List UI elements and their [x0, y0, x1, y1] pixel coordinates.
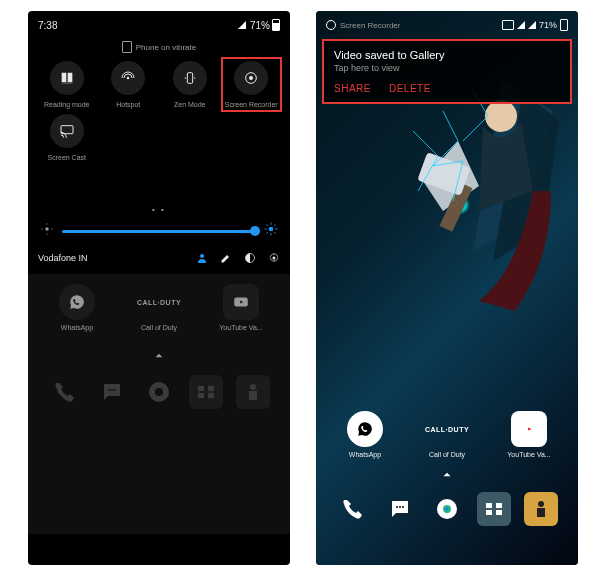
- app-label: Call of Duty: [141, 324, 177, 331]
- app-row: WhatsApp CALL·DUTY Call of Duty YouTube …: [324, 411, 570, 458]
- statusbar: 7:38 71%: [28, 11, 290, 35]
- wallpaper-character: [378, 71, 578, 331]
- svg-rect-48: [486, 510, 492, 515]
- dock: [36, 375, 282, 409]
- signal-icon-2: [528, 21, 536, 29]
- svg-line-17: [266, 224, 268, 226]
- svg-rect-30: [198, 386, 204, 391]
- svg-point-41: [399, 506, 401, 508]
- qs-tile-reading-mode[interactable]: Reading mode: [36, 61, 98, 108]
- app-row: WhatsApp CALL·DUTY Call of Duty YouTube …: [36, 284, 282, 331]
- record-indicator-icon: [326, 20, 336, 30]
- svg-point-23: [273, 257, 276, 260]
- qs-tile-screen-recorder[interactable]: Screen Recorder: [221, 61, 283, 108]
- whatsapp-icon: [347, 411, 383, 447]
- qs-tile-screen-cast[interactable]: Screen Cast: [36, 114, 98, 161]
- chrome-icon: [142, 375, 176, 409]
- app-whatsapp[interactable]: WhatsApp: [36, 284, 118, 331]
- dock-phone[interactable]: [42, 375, 89, 409]
- pubg-icon: [524, 492, 558, 526]
- right-phone: Screen Recorder 71% Video saved to Galle…: [316, 11, 578, 565]
- svg-rect-1: [187, 73, 192, 84]
- svg-line-18: [274, 232, 276, 234]
- app-label: YouTube Va...: [507, 451, 550, 458]
- page-dots: • •: [28, 161, 290, 218]
- dock-grid[interactable]: [182, 375, 229, 409]
- brightness-low-icon: [40, 222, 54, 240]
- app-drawer-handle[interactable]: [324, 458, 570, 492]
- brightness-row: [28, 218, 290, 248]
- dock-pubg[interactable]: [517, 492, 564, 526]
- record-icon: [234, 61, 268, 95]
- svg-rect-46: [486, 503, 492, 508]
- pubg-icon: [236, 375, 270, 409]
- delete-button[interactable]: DELETE: [389, 83, 431, 94]
- qs-label: Reading mode: [44, 101, 90, 108]
- cast-status-icon: [502, 20, 514, 30]
- home-area: WhatsApp CALL·DUTY Call of Duty YouTube …: [28, 274, 290, 534]
- qs-label: Screen Cast: [47, 154, 86, 161]
- quick-settings-grid: Reading mode Hotspot Zen Mode Screen Rec…: [28, 61, 290, 161]
- qs-tile-zen-mode[interactable]: Zen Mode: [159, 61, 221, 108]
- app-drawer-handle[interactable]: [36, 331, 282, 375]
- theme-icon[interactable]: [244, 252, 256, 264]
- zen-icon: [173, 61, 207, 95]
- gear-icon[interactable]: [268, 252, 280, 264]
- signal-icon: [517, 21, 525, 29]
- hotspot-icon: [111, 61, 145, 95]
- svg-rect-51: [537, 508, 545, 517]
- share-button[interactable]: SHARE: [334, 83, 371, 94]
- svg-point-27: [114, 389, 116, 391]
- qs-label: Zen Mode: [174, 101, 206, 108]
- battery-icon: [272, 19, 280, 31]
- svg-rect-33: [208, 393, 214, 398]
- app-label: WhatsApp: [61, 324, 93, 331]
- dock-phone[interactable]: [330, 492, 377, 526]
- app-label: Call of Duty: [429, 451, 465, 458]
- record-indicator-label: Screen Recorder: [340, 21, 400, 30]
- cod-icon: CALL·DUTY: [429, 411, 465, 447]
- svg-rect-47: [496, 503, 502, 508]
- cast-icon: [50, 114, 84, 148]
- svg-rect-35: [249, 391, 257, 400]
- qs-label: Screen Recorder: [225, 101, 278, 108]
- dock-pubg[interactable]: [229, 375, 276, 409]
- clock: 7:38: [38, 20, 57, 31]
- dock-chrome[interactable]: [424, 492, 471, 526]
- phone-icon: [48, 375, 82, 409]
- qs-label: Hotspot: [116, 101, 140, 108]
- grid-icon: [477, 492, 511, 526]
- notification-subtitle: Tap here to view: [334, 63, 560, 73]
- svg-point-26: [111, 389, 113, 391]
- app-cod[interactable]: CALL·DUTY Call of Duty: [118, 284, 200, 331]
- dock-grid[interactable]: [470, 492, 517, 526]
- svg-point-0: [127, 77, 130, 80]
- brightness-high-icon: [264, 222, 278, 240]
- vibrate-icon: [122, 41, 132, 53]
- notification-card[interactable]: Video saved to Gallery Tap here to view …: [322, 39, 572, 104]
- svg-point-21: [200, 254, 204, 258]
- dock-chrome[interactable]: [136, 375, 183, 409]
- sms-icon: [383, 492, 417, 526]
- dock-sms[interactable]: [89, 375, 136, 409]
- app-youtube[interactable]: YouTube Va...: [200, 284, 282, 331]
- battery-percent: 71%: [539, 20, 557, 30]
- vibrate-label: Phone on vibrate: [136, 43, 197, 52]
- svg-point-34: [250, 384, 256, 390]
- svg-point-40: [396, 506, 398, 508]
- phone-icon: [336, 492, 370, 526]
- edit-icon[interactable]: [220, 252, 232, 264]
- user-icon[interactable]: [196, 252, 208, 264]
- brightness-slider[interactable]: [62, 230, 256, 233]
- svg-line-20: [274, 224, 276, 226]
- signal-icon: [238, 21, 246, 29]
- svg-point-42: [402, 506, 404, 508]
- app-whatsapp[interactable]: WhatsApp: [324, 411, 406, 458]
- svg-point-38: [485, 100, 517, 132]
- app-label: WhatsApp: [349, 451, 381, 458]
- dock-sms[interactable]: [377, 492, 424, 526]
- statusbar: Screen Recorder 71%: [316, 11, 578, 35]
- app-youtube[interactable]: YouTube Va...: [488, 411, 570, 458]
- qs-tile-hotspot[interactable]: Hotspot: [98, 61, 160, 108]
- app-cod[interactable]: CALL·DUTY Call of Duty: [406, 411, 488, 458]
